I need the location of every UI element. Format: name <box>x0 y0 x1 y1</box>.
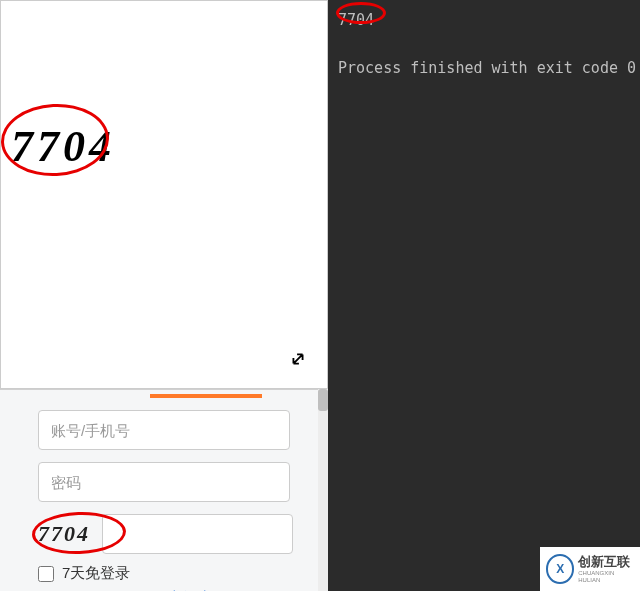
scrollbar-thumb[interactable] <box>318 389 328 411</box>
password-input[interactable] <box>38 462 290 502</box>
scrollbar-track[interactable] <box>318 389 328 591</box>
login-form-pane: 7704 7天免登录 短信验证码登录 / 忘记密码 <box>0 389 328 591</box>
watermark-cn: 创新互联 <box>578 554 634 570</box>
username-input[interactable] <box>38 410 290 450</box>
active-tab-indicator <box>150 394 262 398</box>
console-status-line: Process finished with exit code 0 <box>338 56 630 80</box>
watermark-logo-icon: X <box>546 554 574 584</box>
watermark: X 创新互联 CHUANGXIN HULIAN <box>540 547 640 591</box>
expand-icon[interactable] <box>287 348 309 376</box>
console-blank-line <box>338 32 630 56</box>
captcha-input[interactable] <box>102 514 293 554</box>
remember-label: 7天免登录 <box>62 564 130 583</box>
annotation-ring-console <box>336 2 386 24</box>
captcha-preview-pane: 7704 <box>0 0 328 389</box>
console-output-pane: 7704 Process finished with exit code 0 <box>328 0 640 591</box>
watermark-en: CHUANGXIN HULIAN <box>578 570 634 584</box>
remember-checkbox[interactable] <box>38 566 54 582</box>
captcha-image-small[interactable]: 7704 <box>38 516 90 552</box>
